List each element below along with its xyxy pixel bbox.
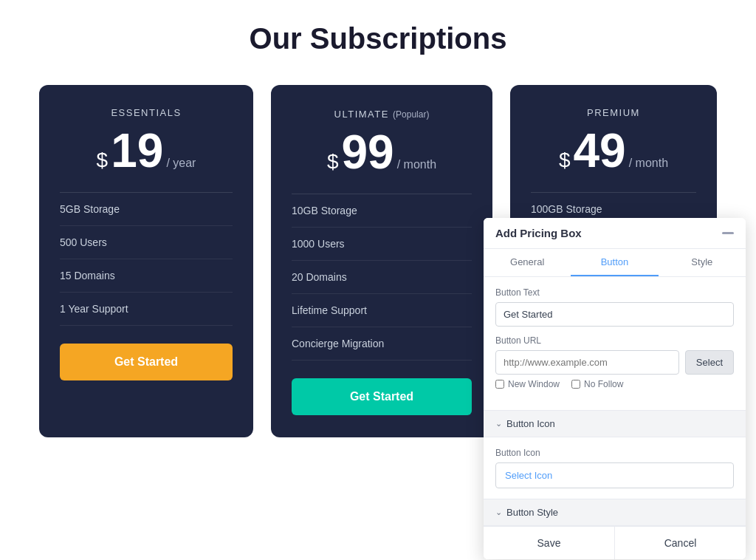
page-container: Our Subscriptions ESSENTIALS $ 19 / year… — [0, 0, 756, 560]
feature-item: 1000 Users — [292, 228, 472, 261]
ultimate-card: ULTIMATE (Popular) $ 99 / month 10GB Sto… — [271, 85, 492, 437]
select-icon-button[interactable]: Select Icon — [495, 462, 734, 488]
button-icon-section-label: Button Icon — [506, 418, 555, 429]
tab-general[interactable]: General — [484, 249, 571, 276]
premium-plan-label: PREMIUM — [531, 107, 696, 118]
panel-header: Add Pricing Box — [484, 218, 746, 249]
panel-minimize-button[interactable] — [722, 232, 734, 234]
essentials-cta-button[interactable]: Get Started — [60, 344, 233, 380]
save-button[interactable]: Save — [484, 527, 615, 559]
button-text-input[interactable] — [495, 302, 734, 327]
checkbox-row: New Window No Follow — [495, 379, 734, 389]
chevron-down-icon-2: ⌄ — [495, 508, 502, 517]
button-url-input[interactable] — [495, 350, 679, 375]
button-style-section-label: Button Style — [506, 507, 558, 518]
feature-item: 5GB Storage — [60, 193, 233, 226]
feature-item: 10GB Storage — [292, 194, 472, 228]
essentials-price: $ 19 / year — [60, 127, 233, 174]
button-icon-label: Button Icon — [495, 448, 734, 458]
ultimate-popular-badge: (Popular) — [393, 109, 429, 120]
ultimate-features: 10GB Storage 1000 Users 20 Domains Lifet… — [292, 194, 472, 361]
premium-amount: 49 — [574, 127, 626, 174]
panel-title: Add Pricing Box — [495, 227, 582, 239]
essentials-plan-label: ESSENTIALS — [60, 107, 233, 118]
feature-item: Concierge Migration — [292, 327, 472, 361]
ultimate-period: / month — [397, 158, 436, 171]
premium-price: $ 49 / month — [531, 127, 696, 174]
ultimate-cta-button[interactable]: Get Started — [292, 378, 472, 415]
ultimate-amount: 99 — [342, 129, 394, 176]
feature-item: 1 Year Support — [60, 293, 233, 326]
feature-item: 15 Domains — [60, 259, 233, 293]
premium-period: / month — [629, 157, 668, 170]
new-window-checkbox[interactable] — [495, 380, 504, 389]
ultimate-plan-label: ULTIMATE (Popular) — [292, 109, 472, 120]
essentials-card: ESSENTIALS $ 19 / year 5GB Storage 500 U… — [39, 85, 253, 437]
button-icon-section-header[interactable]: ⌄ Button Icon — [484, 410, 746, 437]
essentials-features: 5GB Storage 500 Users 15 Domains 1 Year … — [60, 192, 233, 326]
ultimate-price: $ 99 / month — [292, 129, 472, 176]
essentials-amount: 19 — [111, 127, 163, 174]
panel-body: Button Text Button URL Select New Window… — [484, 277, 746, 410]
panel-tabs: General Button Style — [484, 249, 746, 277]
page-title: Our Subscriptions — [0, 0, 756, 85]
feature-item: 20 Domains — [292, 261, 472, 294]
button-text-label: Button Text — [495, 287, 734, 298]
premium-dollar: $ — [559, 148, 571, 172]
tab-button[interactable]: Button — [571, 249, 658, 276]
cancel-button[interactable]: Cancel — [615, 527, 746, 559]
no-follow-checkbox[interactable] — [571, 380, 580, 389]
chevron-down-icon: ⌄ — [495, 419, 502, 428]
select-url-button[interactable]: Select — [685, 350, 734, 375]
button-style-section-header[interactable]: ⌄ Button Style — [484, 499, 746, 526]
feature-item: 500 Users — [60, 226, 233, 259]
url-row: Select — [495, 350, 734, 375]
ultimate-dollar: $ — [327, 150, 339, 174]
essentials-period: / year — [166, 157, 196, 170]
icon-field-area: Button Icon Select Icon — [484, 437, 746, 499]
feature-item: Lifetime Support — [292, 294, 472, 327]
new-window-checkbox-label[interactable]: New Window — [495, 379, 560, 389]
tab-style[interactable]: Style — [659, 249, 746, 276]
add-pricing-panel: Add Pricing Box General Button Style But… — [484, 218, 746, 559]
essentials-dollar: $ — [97, 148, 109, 172]
panel-footer: Save Cancel — [484, 526, 746, 559]
panel-content: Button Text Button URL Select New Window… — [484, 277, 746, 559]
button-url-label: Button URL — [495, 335, 734, 346]
no-follow-checkbox-label[interactable]: No Follow — [571, 379, 623, 389]
